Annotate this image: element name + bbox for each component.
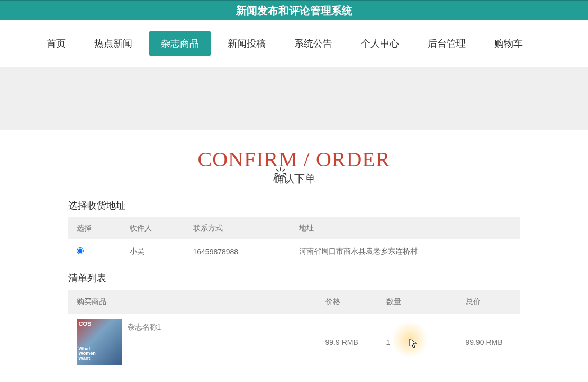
nav-bar: 首页 热点新闻 杂志商品 新闻投稿 系统公告 个人中心 后台管理 购物车 [0, 20, 588, 67]
nav-home[interactable]: 首页 [35, 31, 77, 56]
nav-hot-news[interactable]: 热点新闻 [83, 31, 144, 56]
address-detail: 河南省周口市商水县袁老乡东连桥村 [291, 239, 520, 264]
top-bar: 新闻发布和评论管理系统 [0, 0, 588, 20]
product-subtotal: 99.90 RMB [457, 314, 520, 370]
section-title: CONFIRM / ORDER 确认下单 [0, 147, 588, 186]
addr-header-address: 地址 [291, 217, 520, 239]
nav-news-submit[interactable]: 新闻投稿 [216, 31, 277, 56]
address-phone: 16459878988 [185, 239, 291, 264]
product-qty: 1 [378, 314, 457, 370]
nav-user-center[interactable]: 个人中心 [349, 31, 411, 56]
product-image [77, 319, 122, 365]
order-row: 杂志名称1 99.9 RMB 1 99.90 RMB [68, 314, 520, 370]
order-header-qty: 数量 [378, 290, 457, 314]
address-row[interactable]: 小吴 16459878988 河南省周口市商水县袁老乡东连桥村 [68, 239, 520, 264]
address-block-title: 选择收货地址 [68, 199, 520, 212]
address-radio[interactable] [77, 247, 84, 254]
nav-magazine-products[interactable]: 杂志商品 [149, 31, 211, 56]
nav-admin[interactable]: 后台管理 [416, 31, 477, 56]
app-title: 新闻发布和评论管理系统 [236, 4, 352, 18]
order-block-title: 清单列表 [68, 272, 520, 285]
order-header-product: 购买商品 [68, 290, 317, 314]
hero-banner [0, 67, 588, 130]
address-table: 选择 收件人 联系方式 地址 小吴 16459878988 河南省周口市商水县袁… [68, 217, 520, 264]
order-header-subtotal: 总价 [457, 290, 520, 314]
order-header-price: 价格 [317, 290, 378, 314]
product-name: 杂志名称1 [128, 323, 161, 332]
product-price: 99.9 RMB [317, 314, 378, 370]
section-title-en: CONFIRM / ORDER [0, 147, 588, 172]
addr-header-phone: 联系方式 [185, 217, 291, 239]
addr-header-recipient: 收件人 [121, 217, 185, 239]
address-recipient: 小吴 [121, 239, 185, 264]
nav-system-notice[interactable]: 系统公告 [283, 31, 344, 56]
nav-cart[interactable]: 购物车 [483, 31, 535, 56]
addr-header-select: 选择 [68, 217, 121, 239]
order-table: 购买商品 价格 数量 总价 杂志名称1 99.9 RMB 1 99.90 RMB [68, 290, 520, 370]
section-title-cn: 确认下单 [0, 172, 588, 186]
